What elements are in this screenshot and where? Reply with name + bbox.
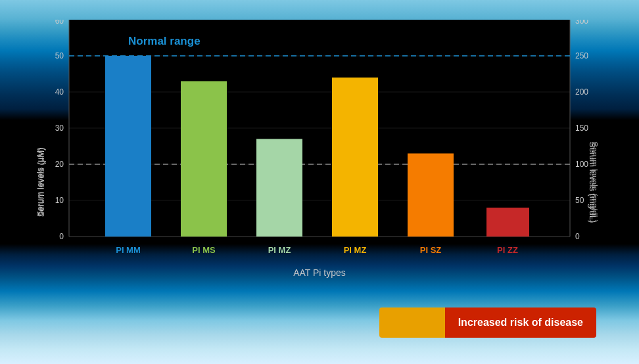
svg-text:10: 10 (55, 196, 64, 205)
svg-text:PI MZ: PI MZ (268, 245, 291, 255)
svg-text:50: 50 (55, 51, 64, 60)
svg-rect-30 (332, 78, 378, 237)
svg-text:150: 150 (575, 124, 588, 133)
risk-badge: Increased risk of disease (379, 307, 596, 338)
svg-rect-27 (105, 56, 151, 237)
y-axis-right-title: Serum levels (mg/dL) (590, 141, 600, 223)
risk-badge-right: Increased risk of disease (445, 307, 596, 338)
svg-text:30: 30 (55, 124, 64, 133)
risk-text: Increased risk of disease (458, 317, 583, 329)
svg-rect-29 (256, 139, 302, 237)
svg-text:PI MS: PI MS (192, 245, 216, 255)
svg-rect-31 (408, 154, 454, 237)
svg-text:PI MZ: PI MZ (344, 245, 367, 255)
svg-rect-32 (486, 208, 529, 237)
svg-text:100: 100 (575, 160, 588, 169)
svg-rect-28 (181, 81, 227, 237)
svg-text:40: 40 (55, 87, 64, 97)
risk-badge-left (379, 307, 445, 338)
svg-text:PI ZZ: PI ZZ (497, 245, 518, 255)
svg-text:AAT Pi types: AAT Pi types (293, 267, 346, 278)
svg-text:0: 0 (575, 232, 580, 241)
svg-text:0: 0 (59, 232, 64, 241)
svg-text:200: 200 (575, 87, 588, 97)
svg-text:Normal range: Normal range (128, 35, 201, 47)
svg-text:50: 50 (575, 196, 584, 205)
svg-text:20: 20 (55, 160, 64, 169)
svg-text:300: 300 (575, 20, 588, 26)
y-axis-left-title: Serum levels (µM) (35, 147, 45, 217)
chart-svg: 0 10 20 30 40 50 60 0 50 100 150 200 250… (36, 20, 603, 296)
svg-text:PI MM: PI MM (116, 245, 141, 255)
svg-text:60: 60 (55, 20, 64, 26)
background: Serum levels (µM) Serum levels (mg/dL) 0… (0, 0, 639, 364)
svg-text:PI SZ: PI SZ (420, 245, 442, 255)
svg-text:250: 250 (575, 51, 588, 60)
